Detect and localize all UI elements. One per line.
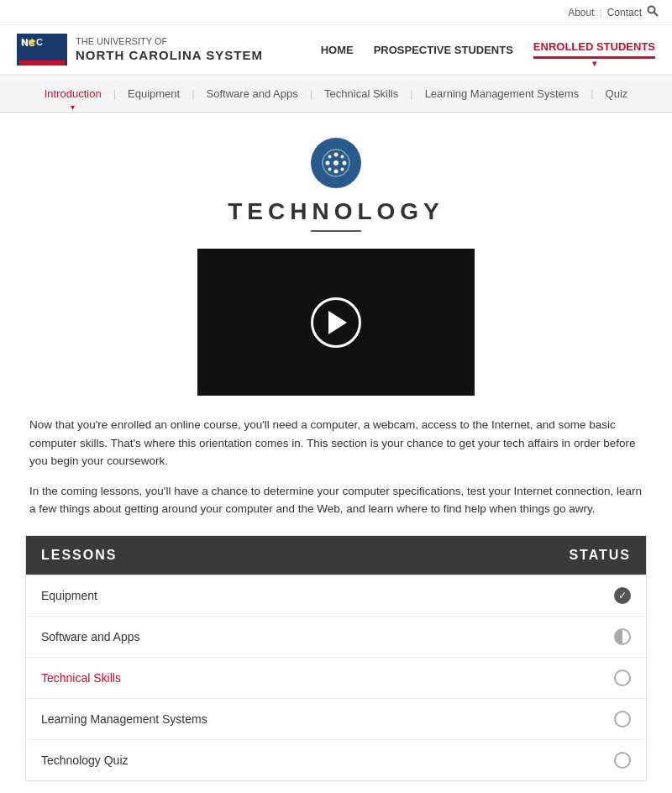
status-in-progress-icon	[614, 628, 631, 645]
status-col-label: STATUS	[569, 548, 631, 563]
status-not-started-icon	[614, 711, 631, 727]
about-link[interactable]: About	[568, 7, 594, 18]
svg-line-1	[654, 13, 659, 17]
title-underline	[311, 230, 361, 232]
technical-skills-link[interactable]: Technical Skills	[41, 671, 121, 685]
intro-paragraph-2: In the coming lessons, you'll have a cha…	[25, 482, 647, 518]
svg-point-11	[341, 168, 344, 171]
svg-point-9	[341, 155, 344, 159]
search-icon[interactable]	[647, 5, 659, 19]
svg-point-8	[328, 155, 332, 159]
nc-text: N★C	[21, 37, 43, 48]
tech-icon	[311, 138, 361, 188]
svg-point-7	[343, 161, 347, 165]
svg-point-0	[648, 7, 655, 13]
lesson-label: Technology Quiz	[41, 754, 129, 767]
page-title: TECHNOLOGY	[25, 198, 647, 225]
svg-point-6	[326, 161, 330, 165]
subnav-software[interactable]: Software and Apps	[195, 84, 310, 103]
logo-line1: THE UNIVERSITY OF	[76, 35, 263, 47]
logo-area[interactable]: N★C THE UNIVERSITY OF NORTH CAROLINA SYS…	[17, 34, 263, 66]
top-sep: |	[600, 7, 602, 18]
top-bar: About | Contact	[0, 0, 672, 25]
main-nav: HOME PROSPECTIVE STUDENTS ENROLLED STUDE…	[321, 40, 655, 59]
svg-point-3	[333, 160, 339, 165]
table-row: Software and Apps	[26, 616, 646, 657]
table-row: Equipment ✓	[26, 575, 646, 616]
nav-enrolled[interactable]: ENROLLED STUDENTS	[533, 40, 655, 59]
nav-home[interactable]: HOME	[321, 44, 354, 56]
table-row: Learning Management Systems	[26, 698, 646, 739]
lessons-header: LESSONS STATUS	[26, 536, 646, 575]
contact-link[interactable]: Contact	[607, 7, 642, 18]
video-player[interactable]	[197, 249, 475, 396]
legend: Not Started In Progress ✓ Complete	[25, 790, 647, 793]
play-button[interactable]	[311, 297, 361, 348]
status-not-started-icon	[614, 752, 631, 769]
lessons-title: LESSONS	[41, 548, 117, 563]
lesson-label: Equipment	[41, 589, 97, 602]
logo-flag: N★C	[17, 34, 67, 66]
subnav-introduction[interactable]: Introduction	[33, 84, 113, 103]
content-area: TECHNOLOGY Now that you're enrolled an o…	[0, 113, 672, 793]
subnav-technical[interactable]: Technical Skills	[312, 84, 410, 103]
subnav-lms[interactable]: Learning Management Systems	[413, 84, 591, 103]
status-complete-icon: ✓	[614, 587, 631, 604]
subnav-equipment[interactable]: Equipment	[116, 84, 192, 103]
logo-line2: NORTH CAROLINA SYSTEM	[76, 47, 263, 64]
svg-point-5	[334, 170, 339, 174]
table-row: Technology Quiz	[26, 739, 646, 780]
status-not-started-icon	[614, 670, 631, 686]
svg-point-4	[334, 153, 339, 157]
lesson-label: Learning Management Systems	[41, 712, 207, 726]
main-header: N★C THE UNIVERSITY OF NORTH CAROLINA SYS…	[0, 25, 672, 76]
lesson-label: Software and Apps	[41, 630, 140, 643]
table-row: Technical Skills	[26, 657, 646, 698]
logo-text: THE UNIVERSITY OF NORTH CAROLINA SYSTEM	[76, 35, 263, 64]
nav-prospective[interactable]: PROSPECTIVE STUDENTS	[374, 44, 513, 56]
intro-paragraph-1: Now that you're enrolled an online cours…	[25, 416, 647, 470]
svg-point-10	[328, 168, 332, 171]
subnav-quiz[interactable]: Quiz	[594, 84, 640, 103]
play-triangle-icon	[328, 311, 347, 334]
sub-nav: Introduction | Equipment | Software and …	[0, 76, 672, 113]
lessons-section: LESSONS STATUS Equipment ✓ Software and …	[25, 535, 647, 781]
